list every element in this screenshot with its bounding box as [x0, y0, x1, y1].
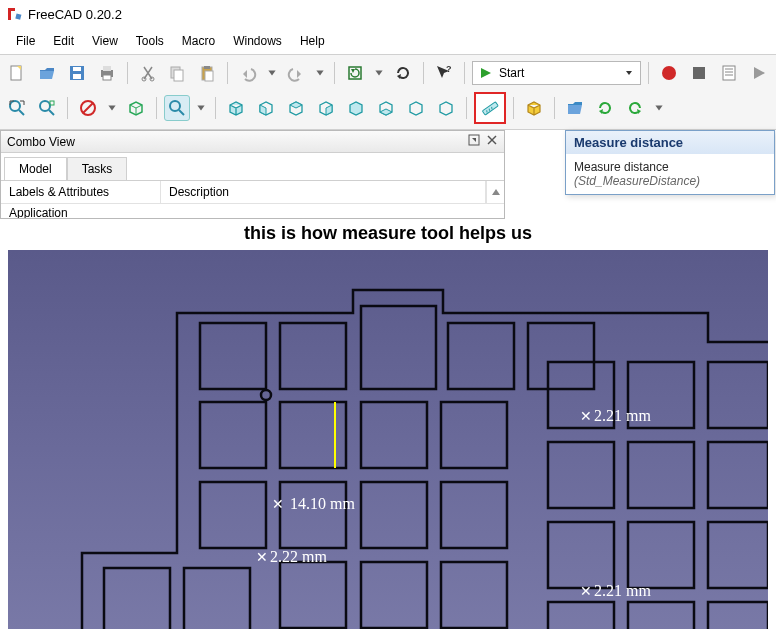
col-description[interactable]: Description — [161, 181, 486, 203]
view-iso-cube-icon[interactable] — [223, 95, 249, 121]
redo-dropdown-icon[interactable] — [313, 60, 327, 86]
tooltip-area: Measure distance Measure distance (Std_M… — [505, 130, 776, 219]
separator — [156, 97, 157, 119]
tooltip-command: (Std_MeasureDistance) — [574, 174, 766, 188]
tab-tasks[interactable]: Tasks — [67, 157, 128, 180]
draw-style-icon[interactable] — [75, 95, 101, 121]
link-import-icon[interactable] — [622, 95, 648, 121]
svg-point-36 — [40, 101, 50, 111]
view-right-icon[interactable] — [313, 95, 339, 121]
paste-icon[interactable] — [194, 60, 220, 86]
svg-rect-7 — [103, 66, 111, 71]
svg-marker-25 — [481, 68, 491, 78]
undo-icon[interactable] — [235, 60, 261, 86]
measurement-1: ✕ 14.10 mm — [272, 495, 355, 513]
menu-windows[interactable]: Windows — [225, 31, 290, 51]
svg-point-27 — [662, 66, 676, 80]
svg-marker-17 — [269, 71, 276, 76]
macro-stop-icon[interactable] — [686, 60, 712, 86]
fit-all-icon[interactable] — [4, 95, 30, 121]
menu-help[interactable]: Help — [292, 31, 333, 51]
menu-view[interactable]: View — [84, 31, 126, 51]
separator — [227, 62, 228, 84]
view-bottom-icon[interactable] — [373, 95, 399, 121]
view-isometric-icon[interactable] — [164, 95, 190, 121]
redo-icon[interactable] — [283, 60, 309, 86]
fit-selection-icon[interactable] — [34, 95, 60, 121]
svg-point-34 — [10, 101, 20, 111]
undock-icon[interactable] — [468, 134, 480, 149]
separator — [466, 97, 467, 119]
3d-viewport[interactable]: ✕ 14.10 mm ✕2.22 mm ✕2.21 mm ✕2.21 mm — [8, 250, 768, 629]
svg-rect-8 — [103, 75, 111, 80]
bounding-box-icon[interactable] — [123, 95, 149, 121]
separator — [513, 97, 514, 119]
svg-rect-83 — [708, 522, 768, 588]
view-rear-icon[interactable] — [343, 95, 369, 121]
svg-marker-18 — [297, 70, 301, 78]
view-axo-icon[interactable] — [433, 95, 459, 121]
view-front-icon[interactable] — [253, 95, 279, 121]
link-make-icon[interactable] — [592, 95, 618, 121]
view-top-icon[interactable] — [283, 95, 309, 121]
refresh-dropdown-icon[interactable] — [372, 60, 386, 86]
svg-rect-5 — [73, 67, 81, 71]
menu-edit[interactable]: Edit — [45, 31, 82, 51]
view-left-icon[interactable] — [403, 95, 429, 121]
svg-rect-79 — [361, 562, 427, 628]
tree-row-application[interactable]: Application — [1, 204, 504, 218]
svg-marker-53 — [472, 138, 476, 142]
menu-file[interactable]: File — [8, 31, 43, 51]
svg-rect-28 — [693, 67, 705, 79]
svg-rect-84 — [548, 602, 614, 629]
svg-marker-22 — [375, 71, 382, 76]
col-labels[interactable]: Labels & Attributes — [1, 181, 161, 203]
svg-marker-33 — [754, 67, 765, 79]
scroll-up-icon[interactable] — [486, 181, 504, 203]
refresh-icon[interactable] — [342, 60, 368, 86]
view-iso-dropdown-icon[interactable] — [194, 95, 208, 121]
print-icon[interactable] — [94, 60, 120, 86]
reload-icon[interactable] — [390, 60, 416, 86]
measure-line — [334, 402, 336, 468]
svg-rect-82 — [628, 522, 694, 588]
undo-dropdown-icon[interactable] — [265, 60, 279, 86]
measure-distance-icon[interactable] — [477, 95, 503, 121]
svg-marker-41 — [108, 106, 115, 111]
tab-model[interactable]: Model — [4, 157, 67, 180]
svg-line-43 — [179, 110, 184, 115]
svg-rect-73 — [548, 442, 614, 508]
menu-macro[interactable]: Macro — [174, 31, 223, 51]
svg-rect-85 — [628, 602, 694, 629]
separator — [215, 97, 216, 119]
svg-marker-19 — [317, 71, 324, 76]
macro-list-icon[interactable] — [716, 60, 742, 86]
workbench-selector[interactable]: Start — [472, 61, 641, 85]
toolbar-row-2 — [4, 89, 772, 127]
start-arrow-icon — [479, 66, 493, 80]
svg-marker-16 — [243, 70, 247, 78]
set-working-dir-icon[interactable] — [562, 95, 588, 121]
tree-headers: Labels & Attributes Description — [1, 181, 504, 204]
menu-tools[interactable]: Tools — [128, 31, 172, 51]
macro-record-icon[interactable] — [656, 60, 682, 86]
part-box-icon[interactable] — [521, 95, 547, 121]
open-file-icon[interactable] — [34, 60, 60, 86]
tooltip-body: Measure distance (Std_MeasureDistance) — [566, 154, 774, 194]
link-dropdown-icon[interactable] — [652, 95, 666, 121]
save-file-icon[interactable] — [64, 60, 90, 86]
svg-rect-86 — [708, 602, 768, 629]
close-panel-icon[interactable] — [486, 134, 498, 149]
macro-play-icon[interactable] — [746, 60, 772, 86]
measurement-3: ✕2.21 mm — [580, 407, 651, 425]
svg-point-42 — [170, 101, 180, 111]
cut-icon[interactable] — [135, 60, 161, 86]
new-file-icon[interactable] — [4, 60, 30, 86]
viewport-drawing — [8, 250, 768, 629]
draw-style-dropdown-icon[interactable] — [105, 95, 119, 121]
whats-this-icon[interactable]: ? — [431, 60, 457, 86]
svg-rect-45 — [482, 102, 498, 115]
svg-rect-0 — [15, 14, 21, 20]
measurement-4: ✕2.21 mm — [580, 582, 651, 600]
copy-icon[interactable] — [165, 60, 191, 86]
